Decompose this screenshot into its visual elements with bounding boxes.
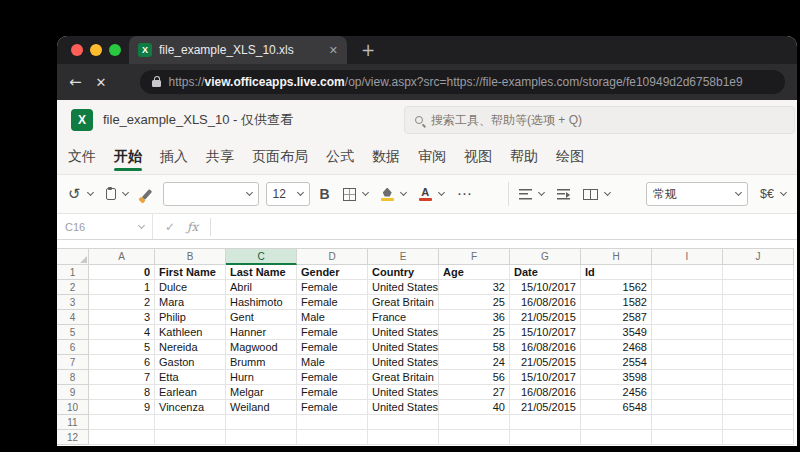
cell-E12[interactable]	[368, 430, 439, 445]
cell-H1[interactable]: Id	[581, 265, 652, 280]
fill-color-button[interactable]	[378, 181, 409, 207]
row-header-8[interactable]: 8	[57, 370, 89, 385]
column-header-A[interactable]: A	[89, 248, 155, 265]
cell-B11[interactable]	[155, 415, 226, 430]
cell-G5[interactable]: 15/10/2017	[510, 325, 581, 340]
cell-A11[interactable]	[89, 415, 155, 430]
minimize-window-button[interactable]	[90, 44, 102, 56]
stop-button[interactable]: ✕	[96, 76, 107, 89]
cell-H3[interactable]: 1582	[581, 295, 652, 310]
cell-E9[interactable]: United States	[368, 385, 439, 400]
browser-tab[interactable]: X file_example_XLS_10.xls ✕	[129, 36, 347, 64]
cell-G12[interactable]	[510, 430, 581, 445]
tab-close-icon[interactable]: ✕	[329, 44, 338, 57]
cell-H9[interactable]: 2456	[581, 385, 652, 400]
cell-D11[interactable]	[297, 415, 368, 430]
cell-F10[interactable]: 40	[439, 400, 510, 415]
column-header-G[interactable]: G	[510, 248, 581, 265]
cell-C6[interactable]: Magwood	[226, 340, 297, 355]
checkmark-icon[interactable]: ✓	[165, 220, 175, 234]
cell-E11[interactable]	[368, 415, 439, 430]
cell-H10[interactable]: 6548	[581, 400, 652, 415]
cell-D1[interactable]: Gender	[297, 265, 368, 280]
search-box[interactable]: 搜索工具、帮助等(选项 + Q)	[404, 106, 795, 134]
cell-G11[interactable]	[510, 415, 581, 430]
cell-H4[interactable]: 2587	[581, 310, 652, 325]
cell-H5[interactable]: 3549	[581, 325, 652, 340]
cell-A1[interactable]: 0	[89, 265, 155, 280]
row-header-5[interactable]: 5	[57, 325, 89, 340]
cell-D9[interactable]: Female	[297, 385, 368, 400]
row-header-1[interactable]: 1	[57, 265, 89, 280]
cell-G6[interactable]: 16/08/2016	[510, 340, 581, 355]
cell-B9[interactable]: Earlean	[155, 385, 226, 400]
cell-I6[interactable]	[652, 340, 723, 355]
menu-tab-home[interactable]: 开始	[105, 140, 151, 174]
cell-D4[interactable]: Male	[297, 310, 368, 325]
name-box[interactable]: C16	[57, 214, 153, 239]
cell-J2[interactable]	[723, 280, 794, 295]
column-header-J[interactable]: J	[723, 248, 794, 265]
cell-A9[interactable]: 8	[89, 385, 155, 400]
cell-D12[interactable]	[297, 430, 368, 445]
row-header-6[interactable]: 6	[57, 340, 89, 355]
menu-tab-formulas[interactable]: 公式	[317, 140, 363, 174]
cell-F1[interactable]: Age	[439, 265, 510, 280]
cell-C4[interactable]: Gent	[226, 310, 297, 325]
cell-F12[interactable]	[439, 430, 510, 445]
cell-G9[interactable]: 16/08/2016	[510, 385, 581, 400]
cell-J10[interactable]	[723, 400, 794, 415]
cell-D6[interactable]: Female	[297, 340, 368, 355]
select-all-corner[interactable]	[57, 248, 89, 265]
back-button[interactable]: ←	[69, 75, 82, 90]
cell-E3[interactable]: Great Britain	[368, 295, 439, 310]
row-header-7[interactable]: 7	[57, 355, 89, 370]
cell-I1[interactable]	[652, 265, 723, 280]
row-header-12[interactable]: 12	[57, 430, 89, 445]
cell-B1[interactable]: First Name	[155, 265, 226, 280]
cell-H6[interactable]: 2468	[581, 340, 652, 355]
cell-G4[interactable]: 21/05/2015	[510, 310, 581, 325]
cell-C11[interactable]	[226, 415, 297, 430]
cell-C10[interactable]: Weiland	[226, 400, 297, 415]
menu-tab-page-layout[interactable]: 页面布局	[243, 140, 317, 174]
cell-B2[interactable]: Dulce	[155, 280, 226, 295]
cell-A12[interactable]	[89, 430, 155, 445]
menu-tab-help[interactable]: 帮助	[501, 140, 547, 174]
cell-E2[interactable]: United States	[368, 280, 439, 295]
cell-A6[interactable]: 5	[89, 340, 155, 355]
cell-C7[interactable]: Brumm	[226, 355, 297, 370]
cell-D3[interactable]: Female	[297, 295, 368, 310]
wrap-text-button[interactable]	[554, 181, 573, 207]
cell-B3[interactable]: Mara	[155, 295, 226, 310]
cell-J8[interactable]	[723, 370, 794, 385]
cell-D10[interactable]: Female	[297, 400, 368, 415]
cell-C3[interactable]: Hashimoto	[226, 295, 297, 310]
cell-J7[interactable]	[723, 355, 794, 370]
fx-icon[interactable]: ƒx	[187, 220, 198, 234]
cell-D8[interactable]: Female	[297, 370, 368, 385]
cell-F4[interactable]: 36	[439, 310, 510, 325]
cell-I11[interactable]	[652, 415, 723, 430]
format-painter-button[interactable]	[138, 181, 156, 207]
column-header-D[interactable]: D	[297, 248, 368, 265]
cell-F5[interactable]: 25	[439, 325, 510, 340]
zoom-window-button[interactable]	[109, 44, 121, 56]
column-header-B[interactable]: B	[155, 248, 226, 265]
cell-I8[interactable]	[652, 370, 723, 385]
cell-G3[interactable]: 16/08/2016	[510, 295, 581, 310]
cell-A3[interactable]: 2	[89, 295, 155, 310]
row-header-2[interactable]: 2	[57, 280, 89, 295]
column-header-I[interactable]: I	[652, 248, 723, 265]
cell-I12[interactable]	[652, 430, 723, 445]
cell-H2[interactable]: 1562	[581, 280, 652, 295]
paste-button[interactable]	[103, 181, 131, 207]
cell-A7[interactable]: 6	[89, 355, 155, 370]
cell-J12[interactable]	[723, 430, 794, 445]
cell-A4[interactable]: 3	[89, 310, 155, 325]
cell-J3[interactable]	[723, 295, 794, 310]
formula-input[interactable]	[211, 214, 797, 239]
undo-button[interactable]: ↺	[65, 181, 96, 207]
cell-C8[interactable]: Hurn	[226, 370, 297, 385]
cell-C2[interactable]: Abril	[226, 280, 297, 295]
